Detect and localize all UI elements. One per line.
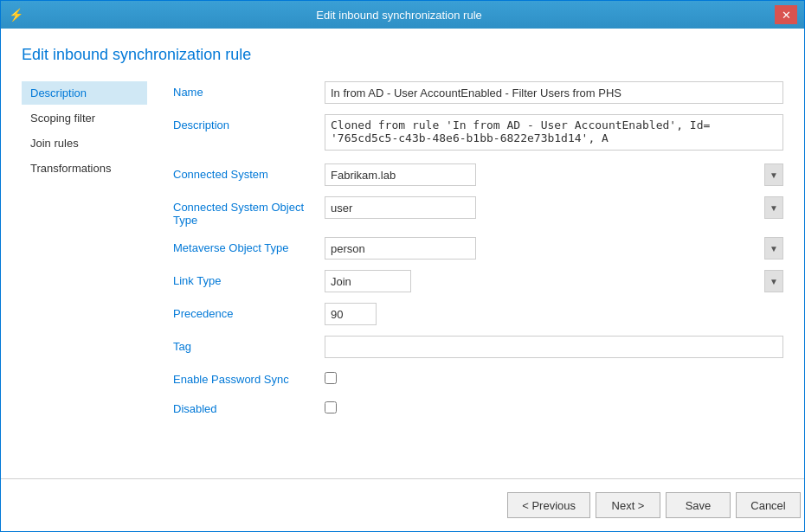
metaverse-object-type-row: Metaverse Object Type person ▼	[173, 237, 783, 260]
disabled-control	[325, 398, 783, 417]
name-input[interactable]	[325, 81, 783, 104]
enable-password-sync-label: Enable Password Sync	[173, 369, 325, 386]
connected-system-label: Connected System	[173, 163, 325, 181]
connected-system-object-type-select[interactable]: user	[325, 196, 476, 219]
title-bar: ⚡ Edit inbound synchronization rule ✕	[1, 1, 804, 29]
connected-system-object-type-control: user ▼	[325, 196, 783, 219]
connected-system-object-type-label: Connected System Object Type	[173, 196, 325, 227]
description-textarea[interactable]	[325, 114, 783, 151]
sidebar-item-transformations[interactable]: Transformations	[22, 157, 147, 180]
connected-system-object-type-select-wrap: user ▼	[325, 196, 783, 219]
enable-password-sync-row: Enable Password Sync	[173, 369, 783, 388]
name-row: Name	[173, 81, 783, 104]
link-type-control: Join Provision ▼	[325, 270, 783, 292]
form-area: Name Description Connected System	[156, 81, 783, 478]
tag-row: Tag	[173, 336, 783, 358]
name-control	[325, 81, 783, 104]
page-title: Edit inbound synchronization rule	[22, 46, 783, 64]
metaverse-object-type-control: person ▼	[325, 237, 783, 260]
precedence-row: Precedence	[173, 303, 783, 325]
link-type-row: Link Type Join Provision ▼	[173, 270, 783, 292]
window-title: Edit inbound synchronization rule	[23, 9, 775, 22]
description-control	[325, 114, 783, 153]
window-icon: ⚡	[8, 7, 23, 22]
window-content: Edit inbound synchronization rule Descri…	[1, 29, 804, 479]
precedence-control	[325, 303, 783, 325]
tag-control	[325, 336, 783, 358]
connected-system-control: Fabrikam.lab ▼	[325, 163, 783, 186]
main-window: ⚡ Edit inbound synchronization rule ✕ Ed…	[0, 0, 805, 532]
connected-system-select[interactable]: Fabrikam.lab	[325, 163, 476, 186]
description-row: Description	[173, 114, 783, 153]
disabled-checkbox-wrap	[325, 398, 783, 417]
description-label: Description	[173, 114, 325, 131]
precedence-label: Precedence	[173, 303, 325, 320]
connected-system-chevron-icon: ▼	[764, 163, 783, 186]
cancel-button[interactable]: Cancel	[736, 492, 801, 518]
name-label: Name	[173, 81, 325, 99]
enable-password-sync-checkbox-wrap	[325, 369, 783, 388]
sidebar-item-description[interactable]: Description	[22, 81, 147, 105]
connected-system-select-wrap: Fabrikam.lab ▼	[325, 163, 783, 186]
next-button[interactable]: Next >	[596, 492, 660, 518]
sidebar: Description Scoping filter Join rules Tr…	[22, 81, 156, 478]
disabled-label: Disabled	[173, 398, 325, 415]
connected-system-row: Connected System Fabrikam.lab ▼	[173, 163, 783, 186]
link-type-select-wrap: Join Provision ▼	[325, 270, 783, 292]
previous-button[interactable]: < Previous	[507, 492, 590, 518]
link-type-label: Link Type	[173, 270, 325, 287]
link-type-select[interactable]: Join Provision	[325, 270, 411, 292]
footer: < Previous Next > Save Cancel	[1, 479, 804, 531]
enable-password-sync-control	[325, 369, 783, 388]
tag-input[interactable]	[325, 336, 783, 358]
sidebar-item-scoping-filter[interactable]: Scoping filter	[22, 106, 147, 130]
link-type-chevron-icon: ▼	[764, 270, 783, 292]
metaverse-object-type-chevron-icon: ▼	[764, 237, 783, 260]
connected-system-object-type-chevron-icon: ▼	[764, 196, 783, 219]
metaverse-object-type-select-wrap: person ▼	[325, 237, 783, 260]
metaverse-object-type-label: Metaverse Object Type	[173, 237, 325, 254]
save-button[interactable]: Save	[666, 492, 731, 518]
metaverse-object-type-select[interactable]: person	[325, 237, 476, 260]
disabled-row: Disabled	[173, 398, 783, 417]
enable-password-sync-checkbox[interactable]	[325, 372, 337, 384]
precedence-input[interactable]	[325, 303, 377, 325]
sidebar-item-join-rules[interactable]: Join rules	[22, 131, 147, 155]
close-button[interactable]: ✕	[775, 5, 797, 24]
connected-system-object-type-row: Connected System Object Type user ▼	[173, 196, 783, 227]
main-area: Description Scoping filter Join rules Tr…	[22, 81, 783, 478]
disabled-checkbox[interactable]	[325, 401, 337, 413]
tag-label: Tag	[173, 336, 325, 353]
